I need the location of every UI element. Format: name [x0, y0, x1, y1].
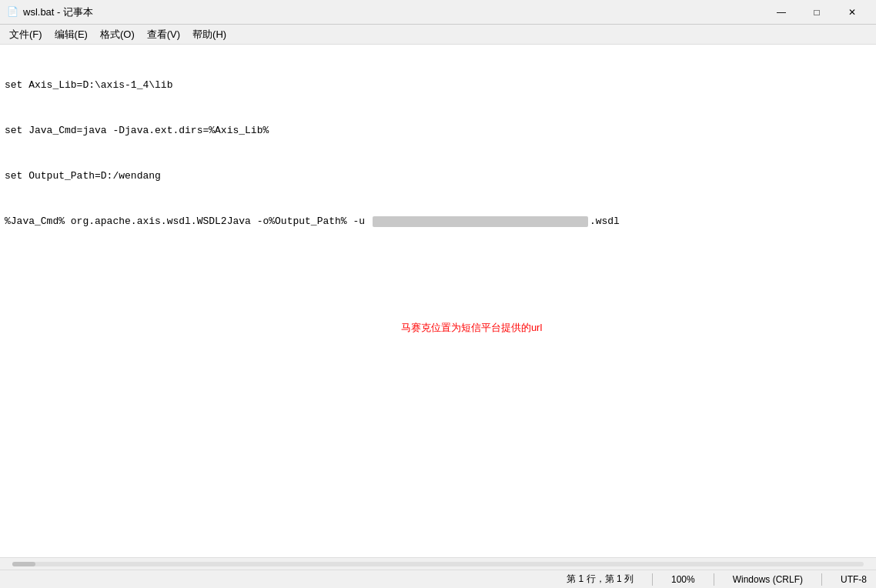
line-3: set Output_Path=D:/wendang	[5, 169, 871, 184]
zoom-level: 100%	[671, 574, 695, 585]
cursor-position: 第 1 行，第 1 列	[567, 573, 634, 586]
encoding: UTF-8	[841, 574, 867, 585]
title-bar: 📄 wsl.bat - 记事本 — □ ✕	[0, 0, 876, 25]
editor-area[interactable]: set Axis_Lib=D:\axis-1_4\lib set Java_Cm…	[0, 45, 876, 557]
line-endings: Windows (CRLF)	[733, 574, 803, 585]
menu-format[interactable]: 格式(O)	[94, 25, 141, 44]
menu-edit[interactable]: 编辑(E)	[48, 25, 94, 44]
status-divider-3	[821, 573, 822, 586]
menu-help[interactable]: 帮助(H)	[186, 25, 232, 44]
annotation-line: 马赛克位置为短信平台提供的url	[5, 305, 871, 351]
close-button[interactable]: ✕	[834, 0, 870, 25]
menu-view[interactable]: 查看(V)	[141, 25, 186, 44]
status-divider-2	[714, 573, 714, 586]
redacted-url	[373, 216, 588, 227]
menu-bar: 文件(F) 编辑(E) 格式(O) 查看(V) 帮助(H)	[0, 25, 876, 45]
scrollbar-thumb-horizontal[interactable]	[12, 562, 35, 566]
status-divider-1	[652, 573, 653, 586]
scrollbar-track-horizontal[interactable]	[12, 562, 864, 566]
line-1: set Axis_Lib=D:\axis-1_4\lib	[5, 78, 871, 93]
content-wrapper: set Axis_Lib=D:\axis-1_4\lib set Java_Cm…	[0, 45, 876, 570]
menu-file[interactable]: 文件(F)	[3, 25, 48, 44]
line-5	[5, 259, 871, 275]
app-icon: 📄	[6, 6, 18, 18]
annotation-text: 马赛克位置为短信平台提供的url	[401, 322, 542, 333]
horizontal-scrollbar[interactable]	[0, 557, 876, 570]
title-bar-left: 📄 wsl.bat - 记事本	[6, 5, 93, 19]
line-2: set Java_Cmd=java -Djava.ext.dirs=%Axis_…	[5, 123, 871, 139]
window-controls: — □ ✕	[764, 0, 870, 25]
maximize-button[interactable]: □	[799, 0, 834, 25]
window-title: wsl.bat - 记事本	[23, 5, 93, 19]
minimize-button[interactable]: —	[764, 0, 799, 25]
editor-content[interactable]: set Axis_Lib=D:\axis-1_4\lib set Java_Cm…	[0, 45, 876, 557]
line-4: %Java_Cmd% org.apache.axis.wsdl.WSDL2Jav…	[5, 214, 871, 229]
status-bar: 第 1 行，第 1 列 100% Windows (CRLF) UTF-8	[0, 570, 876, 588]
